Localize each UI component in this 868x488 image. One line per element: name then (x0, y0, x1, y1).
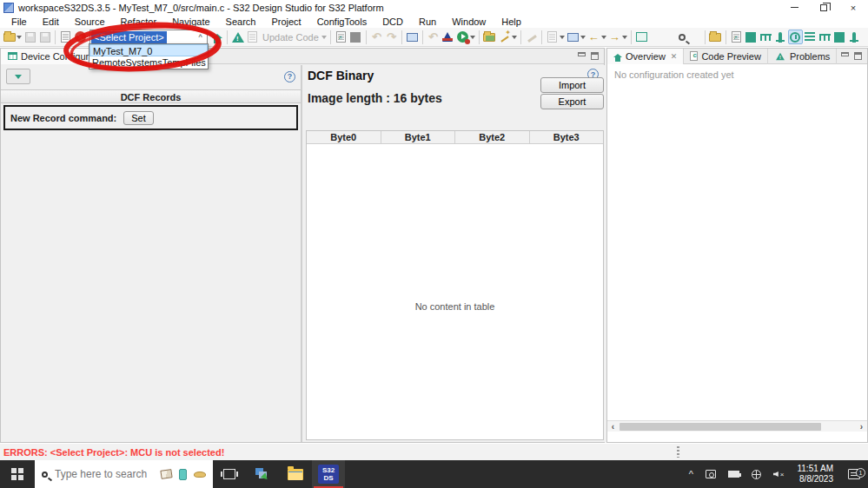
windows-taskbar: S32 DS ^ × 11:51 AM 8/8/2023 1 (0, 460, 868, 488)
code-file-icon (690, 51, 698, 61)
undo-icon[interactable]: ↶ (369, 30, 384, 44)
menu-configtools[interactable]: ConfigTools (309, 16, 374, 27)
column-byte2[interactable]: Byte2 (455, 131, 530, 143)
start-button[interactable] (0, 460, 35, 488)
minimize-view-icon[interactable] (841, 52, 849, 56)
update-code-button[interactable]: Update Code (245, 30, 328, 44)
analysis-icon[interactable] (441, 30, 455, 44)
maximize-view-icon[interactable] (591, 52, 599, 60)
menu-navigate[interactable]: Navigate (164, 16, 217, 27)
back-caret-icon[interactable] (601, 36, 606, 42)
warning-icon[interactable] (230, 30, 245, 44)
open-perspective-icon[interactable] (708, 30, 723, 44)
forward-icon[interactable]: → (607, 30, 622, 44)
dcf-file-icon[interactable] (58, 30, 73, 44)
minimize-button[interactable] (779, 1, 809, 15)
peripherals-perspective-icon[interactable] (832, 30, 847, 44)
notification-center-button[interactable]: 1 (840, 469, 868, 479)
task-view-button[interactable] (213, 460, 246, 488)
import-trace-icon[interactable] (545, 30, 560, 44)
remote-app-button[interactable] (246, 460, 279, 488)
horizontal-scrollbar[interactable]: ‹ › (607, 420, 867, 432)
refresh-icon[interactable]: ↶ (426, 30, 441, 44)
external-tools-icon[interactable] (497, 30, 512, 44)
new-wizard-caret-icon[interactable] (17, 36, 22, 42)
dcf-records-header: DCF Records (1, 89, 301, 103)
tray-volume-button[interactable]: × (767, 471, 791, 478)
s32ds-app-button[interactable]: S32 DS (312, 460, 345, 488)
new-window-icon[interactable] (566, 30, 580, 44)
expand-collapse-button[interactable] (6, 69, 30, 84)
redo-icon[interactable]: ↷ (384, 30, 399, 44)
overview-content: No configuration created yet ‹ › (607, 64, 867, 432)
run-caret-icon[interactable] (470, 36, 475, 42)
menu-dcd[interactable]: DCD (374, 16, 411, 27)
menu-file[interactable]: File (3, 16, 35, 27)
pin-perspective-icon[interactable] (773, 30, 788, 44)
scroll-left-icon[interactable]: ‹ (607, 422, 619, 432)
back-icon[interactable]: ← (586, 30, 601, 44)
dropdown-option-remotesystems[interactable]: RemoteSystemsTempFiles (89, 56, 208, 69)
search-input[interactable] (55, 468, 154, 480)
help-icon[interactable]: ? (284, 71, 295, 82)
code-file-icon[interactable]: c (334, 30, 348, 44)
signal-perspective-icon[interactable] (759, 30, 773, 44)
column-byte1[interactable]: Byte1 (381, 131, 456, 143)
scroll-right-icon[interactable]: › (856, 422, 867, 432)
home-icon[interactable] (209, 30, 224, 44)
maximize-view-icon[interactable] (854, 52, 862, 60)
tray-monitor-button[interactable] (699, 470, 722, 478)
close-button[interactable]: × (838, 1, 868, 15)
menu-search[interactable]: Search (218, 16, 264, 27)
menu-refactor[interactable]: Refactor (113, 16, 165, 27)
tab-overview[interactable]: Overview ✕ (607, 49, 684, 64)
dropdown-option-mytest[interactable]: MyTest_M7_0 (89, 44, 208, 56)
new-wizard-icon[interactable] (2, 30, 17, 44)
menu-edit[interactable]: Edit (35, 16, 67, 27)
routing-perspective-icon[interactable] (818, 30, 832, 44)
pin2-perspective-icon[interactable] (847, 30, 862, 44)
taskbar-search[interactable] (35, 460, 213, 488)
search-icon[interactable] (675, 30, 690, 44)
statusbar-drag-handle[interactable] (677, 446, 679, 458)
export-button[interactable]: Export (540, 94, 604, 109)
clock-perspective-icon[interactable] (788, 30, 803, 44)
column-byte0[interactable]: Byte0 (307, 131, 381, 143)
tray-expand-button[interactable]: ^ (683, 469, 699, 479)
chip-perspective-icon[interactable] (744, 30, 759, 44)
console-icon[interactable] (405, 30, 420, 44)
external-tools-caret-icon[interactable] (512, 36, 517, 42)
scrollbar-thumb[interactable] (620, 423, 821, 431)
menu-window[interactable]: Window (444, 16, 494, 27)
tray-network-button[interactable] (745, 470, 767, 479)
menu-help[interactable]: Help (494, 16, 529, 27)
file-explorer-button[interactable] (279, 460, 312, 488)
run-icon[interactable] (455, 30, 470, 44)
link-editor-icon[interactable] (634, 30, 649, 44)
menu-source[interactable]: Source (67, 16, 113, 27)
column-byte3[interactable]: Byte3 (530, 131, 604, 143)
new-window-caret-icon[interactable] (580, 36, 586, 42)
menu-project[interactable]: Project (263, 16, 308, 27)
project-select-combo[interactable]: <Select Project> ^ (89, 30, 208, 44)
tab-code-preview[interactable]: Code Preview (684, 49, 767, 64)
close-tab-icon[interactable]: ✕ (671, 52, 678, 61)
restore-button[interactable] (809, 1, 838, 15)
import-trace-caret-icon[interactable] (560, 36, 565, 42)
cpp-perspective-icon[interactable]: c (729, 30, 744, 44)
set-button[interactable]: Set (123, 111, 154, 125)
folder-icon (288, 469, 303, 480)
tab-problems[interactable]: Problems (768, 49, 837, 64)
save-icon[interactable] (23, 30, 37, 44)
import-button[interactable]: Import (540, 77, 604, 93)
open-project-icon[interactable] (482, 30, 497, 44)
save-all-icon[interactable] (37, 30, 52, 44)
combo-collapse-icon[interactable]: ^ (194, 33, 207, 42)
taskbar-clock[interactable]: 11:51 AM 8/8/2023 (790, 464, 840, 485)
minimize-view-icon[interactable] (578, 52, 586, 56)
forward-caret-icon[interactable] (622, 36, 627, 42)
mark-occurrences-icon[interactable] (524, 30, 539, 44)
tray-battery-button[interactable] (722, 471, 745, 478)
menu-run[interactable]: Run (411, 16, 444, 27)
list-perspective-icon[interactable] (803, 30, 818, 44)
